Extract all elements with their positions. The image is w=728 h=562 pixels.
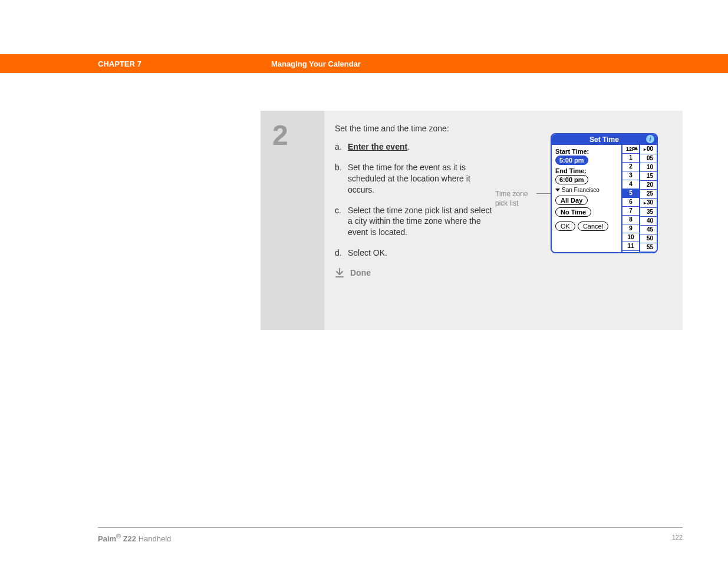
step-number: 2 bbox=[261, 111, 324, 330]
info-icon[interactable]: i bbox=[646, 135, 654, 143]
timezone-picklist[interactable]: San Francisco bbox=[555, 187, 619, 193]
start-time-label: Start Time: bbox=[555, 148, 619, 155]
palm-left-panel: Start Time: 5:00 pm End Time: 6:00 pm Sa… bbox=[552, 145, 621, 252]
chapter-title: Managing Your Calendar bbox=[271, 59, 361, 68]
minutes-column[interactable]: 00 05 10 15 20 25 30 35 40 45 50 55 bbox=[639, 145, 657, 252]
chevron-down-icon bbox=[555, 189, 560, 191]
callout-label: Time zone pick list bbox=[495, 190, 528, 208]
palm-screenshot: Set Time i Start Time: 5:00 pm End Time:… bbox=[551, 133, 658, 253]
step-c: c. Select the time zone pick list and se… bbox=[335, 205, 493, 239]
done-row: Done bbox=[335, 268, 672, 277]
end-time-value[interactable]: 6:00 pm bbox=[555, 175, 588, 184]
start-time-value[interactable]: 5:00 pm bbox=[555, 156, 588, 165]
step-a: a. Enter the event. bbox=[335, 141, 493, 153]
all-day-button[interactable]: All Day bbox=[555, 196, 588, 205]
chapter-label: CHAPTER 7 bbox=[98, 59, 141, 68]
ok-button[interactable]: OK bbox=[555, 222, 575, 231]
step-b: b. Set the time for the event as it is s… bbox=[335, 162, 493, 196]
step-list: a. Enter the event. b. Set the time for … bbox=[335, 141, 493, 259]
no-time-button[interactable]: No Time bbox=[555, 207, 591, 217]
cancel-button[interactable]: Cancel bbox=[578, 222, 608, 231]
step-intro: Set the time and the time zone: bbox=[335, 124, 672, 133]
done-arrow-icon bbox=[335, 268, 344, 277]
footer-brand: Palm® Z22 Handheld bbox=[98, 533, 171, 543]
footer-divider bbox=[98, 527, 683, 528]
step-d: d. Select OK. bbox=[335, 247, 493, 259]
enter-event-link[interactable]: Enter the event bbox=[348, 142, 407, 151]
end-time-label: End Time: bbox=[555, 167, 619, 174]
header-bar: CHAPTER 7 Managing Your Calendar bbox=[0, 54, 728, 73]
palm-title-bar: Set Time i bbox=[552, 134, 657, 145]
done-label: Done bbox=[350, 268, 371, 277]
page-number: 122 bbox=[672, 534, 683, 541]
hours-column[interactable]: 12P 1 2 3 4 5 6 7 8 9 10 11 bbox=[621, 145, 639, 252]
